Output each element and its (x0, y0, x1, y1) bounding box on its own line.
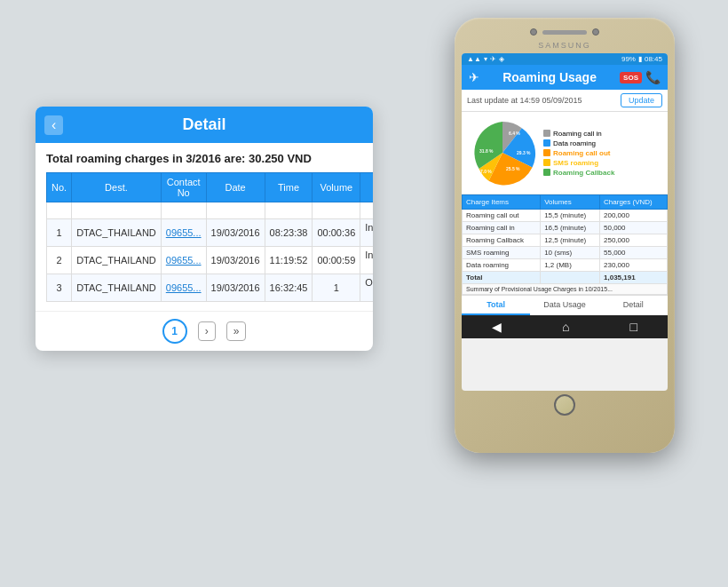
col-charges-vnd: Charges (VND) (600, 195, 668, 210)
table-row: Roaming Callback 12,5 (minute) 250,000 (463, 234, 668, 247)
battery-percent: 99% (621, 55, 636, 63)
wifi-icon: ▾ (484, 55, 487, 63)
back-arrow-icon[interactable]: ✈ (469, 70, 479, 84)
detail-card: ‹ Detail Total roaming charges in 3/2016… (36, 107, 373, 351)
phone-call-icon[interactable]: 📞 (645, 70, 661, 84)
legend-label: SMS roaming (553, 159, 598, 167)
legend-dot (543, 159, 550, 166)
phone-top-bar (462, 28, 668, 36)
svg-text:29.3 %: 29.3 % (517, 150, 531, 155)
table-row: 12,100.00 (47, 202, 374, 219)
svg-text:25.5 %: 25.5 % (506, 166, 520, 171)
summary-row: Summary of Provisional Usage Charges in … (463, 284, 668, 295)
phone-sensor (592, 28, 599, 36)
tab-total[interactable]: Total (462, 296, 530, 315)
app-header: ✈ Roaming Usage SOS 📞 (462, 65, 668, 90)
phone: SAMSUNG ▲▲ ▾ ✈ ◈ 99% ▮ 08:45 (455, 18, 675, 453)
legend-label: Roaming Callback (553, 169, 614, 177)
col-time: Time (265, 173, 313, 202)
table-row: SMS roaming 10 (sms) 55,000 (463, 247, 668, 259)
battery-icon: ▮ (638, 55, 642, 63)
status-bar: ▲▲ ▾ ✈ ◈ 99% ▮ 08:45 (462, 53, 668, 65)
card-footer: 1 › » (36, 311, 373, 351)
recents-nav-icon[interactable]: □ (630, 320, 637, 334)
sos-badge: SOS (620, 72, 642, 83)
home-nav-icon[interactable]: ⌂ (562, 320, 569, 334)
back-button[interactable]: ‹ (44, 115, 63, 135)
total-charges-text: Total roaming charges in 3/2016 are: 30.… (46, 152, 362, 165)
legend-dot (543, 139, 550, 147)
phone-brand: SAMSUNG (462, 41, 668, 50)
phone-home-button[interactable] (554, 394, 575, 416)
col-no: No. (47, 173, 72, 202)
status-left: ▲▲ ▾ ✈ ◈ (467, 55, 504, 63)
col-contact: Contact No (161, 173, 206, 202)
pie-chart: 6.4 % 29.3 % 25.5 % 7.0 % 31.8 % (467, 117, 538, 188)
back-nav-icon[interactable]: ◀ (492, 320, 502, 334)
detail-card-title: Detail (182, 115, 226, 133)
phone-screen: ▲▲ ▾ ✈ ◈ 99% ▮ 08:45 ✈ Roaming Usage (462, 53, 668, 391)
last-page-button[interactable]: » (226, 321, 247, 341)
detail-card-header: ‹ Detail (36, 107, 373, 143)
detail-table: No. Dest. Contact No Date Time Volume Ty… (46, 172, 373, 302)
table-row: 1 DTAC_THAILAND 09655... 19/03/2016 08:2… (47, 219, 374, 247)
table-row: Data roaming 1,2 (MB) 230,000 (463, 259, 668, 272)
app-title: Roaming Usage (479, 70, 620, 84)
scene: ‹ Detail Total roaming charges in 3/2016… (0, 0, 728, 587)
phone-body: SAMSUNG ▲▲ ▾ ✈ ◈ 99% ▮ 08:45 (455, 18, 675, 453)
next-page-button[interactable]: › (198, 321, 216, 341)
signal-icon: ▲▲ (467, 55, 481, 63)
table-row: Roaming call out 15,5 (minute) 200,000 (463, 210, 668, 222)
col-date: Date (206, 173, 265, 202)
legend-item-roaming-callback: Roaming Callback (543, 169, 614, 177)
svg-text:6.4 %: 6.4 % (509, 131, 520, 136)
legend-item-roaming-call-out: Roaming call out (543, 149, 614, 157)
table-row: 3 DTAC_THAILAND 09655... 19/03/2016 16:3… (47, 274, 374, 302)
bottom-tabs: Total Data Usage Detail (462, 295, 668, 315)
col-type: Type (360, 173, 373, 202)
table-row: 2 DTAC_THAILAND 09655... 19/03/2016 11:1… (47, 247, 374, 274)
legend-label: Roaming call out (553, 149, 610, 157)
airplane-icon: ✈ (490, 55, 496, 63)
gps-icon: ◈ (499, 55, 504, 63)
update-button[interactable]: Update (621, 93, 662, 107)
legend-label: Roaming call in (553, 130, 602, 138)
legend-dot (543, 130, 550, 137)
table-row: Roaming call in 16,5 (minute) 50,000 (463, 222, 668, 234)
nav-bar: ◀ ⌂ □ (462, 315, 668, 338)
legend-label: Data roaming (553, 139, 596, 147)
col-volume: Volume (313, 173, 360, 202)
col-charge-items: Charge Items (463, 195, 541, 210)
chart-legend: Roaming call in Data roaming Roaming cal… (543, 130, 614, 177)
col-volumes: Volumes (541, 195, 600, 210)
page-indicator: 1 (162, 319, 187, 344)
tab-data-usage[interactable]: Data Usage (530, 296, 598, 315)
col-dest: Dest. (72, 173, 162, 202)
total-row: Total 1,035,191 (463, 272, 668, 284)
legend-item-roaming-call-in: Roaming call in (543, 130, 614, 138)
phone-speaker (542, 30, 587, 35)
clock: 08:45 (645, 55, 662, 63)
legend-dot (543, 149, 550, 156)
svg-text:7.0 %: 7.0 % (480, 169, 492, 174)
svg-text:31.8 %: 31.8 % (479, 148, 494, 154)
tab-detail[interactable]: Detail (599, 296, 668, 315)
chart-area: 6.4 % 29.3 % 25.5 % 7.0 % 31.8 % Roaming… (462, 112, 668, 194)
legend-dot (543, 169, 550, 176)
charges-table: Charge Items Volumes Charges (VND) Roami… (462, 194, 668, 295)
legend-item-sms-roaming: SMS roaming (543, 159, 614, 167)
update-text: Last update at 14:59 05/09/2015 (467, 96, 582, 105)
update-bar: Last update at 14:59 05/09/2015 Update (462, 90, 668, 112)
legend-item-data-roaming: Data roaming (543, 139, 614, 147)
phone-camera (530, 28, 537, 36)
status-right: 99% ▮ 08:45 (621, 55, 662, 63)
detail-card-body: Total roaming charges in 3/2016 are: 30.… (36, 143, 373, 311)
